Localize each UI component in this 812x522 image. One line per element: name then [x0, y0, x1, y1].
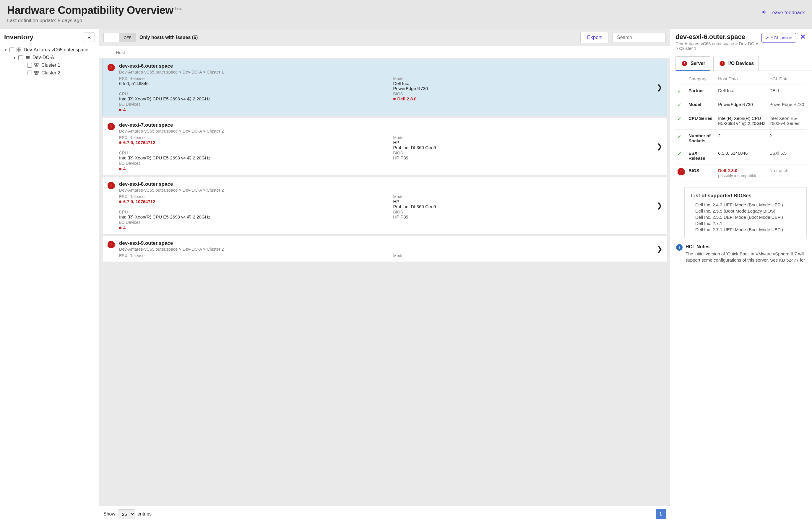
- host-breadcrumb: Dev-Antares-vC65.outer.space > Dev-DC-A …: [119, 70, 662, 75]
- tab-label: I/O Devices: [728, 61, 754, 66]
- check-icon: ✓: [677, 151, 682, 157]
- bios-item: Dell Inc. 2.5.5 UEFI Mode (Boot Mode:UEF…: [691, 214, 800, 220]
- tree-node-datacenter[interactable]: ▾ Dev-DC-A: [2, 54, 97, 61]
- datacenter-checkbox[interactable]: [18, 55, 23, 60]
- chevron-right-icon: ❯: [657, 245, 662, 253]
- error-octagon-icon: !: [107, 123, 115, 130]
- chevron-right-icon: ❯: [657, 142, 662, 150]
- host-breadcrumb: Dev-Antares-vC65.outer.space > Dev-DC-A …: [119, 188, 662, 193]
- error-octagon-icon: !: [107, 241, 115, 248]
- svg-rect-3: [19, 50, 21, 52]
- host-card[interactable]: ! dev-esxi-9.outer.space Dev-Antares-vC6…: [102, 236, 667, 262]
- host-breadcrumb: Dev-Antares-vC65.outer.space > Dev-DC-A …: [119, 247, 662, 252]
- table-row: ✓CPU SeriesIntel(R) Xeon(R) CPU E5-2698 …: [676, 112, 807, 129]
- tab-server[interactable]: ! Server: [676, 56, 710, 71]
- cluster-icon: [34, 62, 40, 68]
- export-button[interactable]: Export: [580, 32, 608, 43]
- details-host-title: dev-esxi-6.outer.space: [676, 33, 758, 41]
- table-row: ! BIOSDell 2.8.0possibly incompatibleNo …: [676, 164, 807, 182]
- beta-badge: beta: [175, 6, 182, 11]
- hcl-notes-section: i HCL Notes The initial version of 'Quic…: [676, 244, 807, 263]
- info-icon: i: [676, 244, 682, 251]
- bios-box-title: List of supported BIOSes: [691, 193, 800, 199]
- inventory-tree: ▾ Dev-Antares-vC65.outer.space ▾ Dev-DC-…: [0, 45, 99, 78]
- svg-rect-6: [26, 58, 30, 59]
- host-list: ! dev-esxi-6.outer.space Dev-Antares-vC6…: [99, 59, 670, 506]
- col-hcl-data: HCL Data: [768, 73, 807, 84]
- tree-label: Dev-Antares-vC65.outer.space: [24, 47, 88, 53]
- svg-rect-5: [26, 57, 30, 58]
- host-card[interactable]: ! dev-esxi-7.outer.space Dev-Antares-vC6…: [102, 118, 667, 175]
- host-name: dev-esxi-6.outer.space: [119, 63, 662, 69]
- tree-node-cluster-1[interactable]: Cluster 1: [2, 61, 97, 69]
- issues-only-label: Only hosts with issues (6): [139, 35, 198, 40]
- details-tabs: ! Server ! I/O Devices: [670, 56, 812, 71]
- svg-rect-12: [37, 72, 39, 73]
- search-input[interactable]: [613, 32, 666, 43]
- leave-feedback-link[interactable]: Leave feedback: [761, 9, 805, 16]
- hcl-notes-title: HCL Notes: [685, 244, 807, 249]
- error-octagon-icon: !: [107, 64, 115, 72]
- hcl-comparison-table: Category Host Data HCL Data ✓PartnerDell…: [676, 73, 807, 182]
- chevron-right-icon: ❯: [657, 201, 662, 209]
- megaphone-icon: [761, 9, 767, 15]
- table-row: ✓Number of Sockets22: [676, 129, 807, 147]
- leave-feedback-label: Leave feedback: [770, 10, 805, 15]
- toggle-off-label: OFF: [119, 33, 136, 42]
- external-link-icon: ↗: [765, 35, 770, 40]
- svg-rect-4: [26, 56, 30, 57]
- vcenter-icon: [16, 47, 22, 53]
- details-panel: dev-esxi-6.outer.space Dev-Antares-vC65.…: [670, 29, 812, 522]
- inventory-title: Inventory: [4, 33, 33, 41]
- definition-update-subline: Last definition update: 5 days ago: [7, 18, 805, 24]
- page-number[interactable]: 1: [656, 509, 666, 519]
- svg-rect-2: [17, 50, 19, 52]
- host-card[interactable]: ! dev-esxi-8.outer.space Dev-Antares-vC6…: [102, 177, 667, 234]
- cluster-checkbox[interactable]: [27, 71, 32, 75]
- bios-item: Dell Inc. 2.7.1: [691, 220, 800, 226]
- tree-label: Cluster 1: [41, 63, 60, 68]
- inventory-panel: Inventory « ▾ Dev-Antares-vC65.outer.spa…: [0, 29, 99, 522]
- host-name: dev-esxi-7.outer.space: [119, 122, 662, 128]
- svg-rect-7: [35, 64, 37, 65]
- error-octagon-icon: !: [107, 182, 115, 189]
- cluster-checkbox[interactable]: [27, 63, 32, 67]
- bios-item: Dell Inc. 2.4.3 UEFI Mode (Boot Mode:UEF…: [691, 202, 800, 208]
- svg-rect-0: [17, 48, 19, 49]
- tree-node-vcenter[interactable]: ▾ Dev-Antares-vC65.outer.space: [2, 46, 97, 54]
- tree-label: Dev-DC-A: [33, 55, 54, 60]
- close-details-button[interactable]: ✕: [799, 33, 807, 41]
- caret-down-icon: ▾: [13, 56, 17, 60]
- tab-label: Server: [691, 61, 705, 66]
- check-icon: ✓: [677, 102, 682, 108]
- tab-io-devices[interactable]: ! I/O Devices: [713, 56, 759, 71]
- page-size-select[interactable]: 25: [118, 509, 135, 519]
- hcl-online-button[interactable]: ↗ HCL online: [761, 33, 796, 42]
- svg-rect-11: [36, 73, 38, 75]
- error-octagon-icon: !: [682, 61, 687, 66]
- col-category: Category: [687, 73, 716, 84]
- pager: Show 25 entries 1: [99, 506, 670, 522]
- caret-down-icon: ▾: [3, 48, 8, 52]
- host-toolbar: OFF Only hosts with issues (6) Export: [99, 29, 670, 46]
- host-card[interactable]: ! dev-esxi-6.outer.space Dev-Antares-vC6…: [102, 59, 667, 116]
- pager-entries-label: entries: [137, 511, 152, 517]
- tree-node-cluster-2[interactable]: Cluster 2: [2, 69, 97, 77]
- svg-rect-8: [36, 65, 38, 67]
- error-octagon-icon: !: [719, 61, 725, 66]
- vcenter-checkbox[interactable]: [9, 47, 14, 52]
- issues-only-toggle[interactable]: OFF: [103, 33, 136, 42]
- host-name: dev-esxi-9.outer.space: [119, 240, 662, 246]
- host-list-panel: OFF Only hosts with issues (6) Export Ho…: [99, 29, 670, 522]
- col-host-data: Host Data: [716, 73, 768, 84]
- bios-item: Dell Inc. 2.5.5 (Boot Mode:Legacy BIOS): [691, 208, 800, 214]
- host-name: dev-esxi-8.outer.space: [119, 181, 662, 187]
- error-octagon-icon: !: [677, 168, 685, 176]
- svg-rect-1: [19, 48, 21, 49]
- svg-rect-9: [37, 64, 39, 65]
- check-icon: ✓: [677, 88, 682, 94]
- collapse-inventory-button[interactable]: «: [84, 33, 95, 42]
- table-row: ✓PartnerDell Inc.DELL: [676, 84, 807, 98]
- host-column-header: Host: [99, 46, 670, 59]
- check-icon: ✓: [677, 116, 682, 122]
